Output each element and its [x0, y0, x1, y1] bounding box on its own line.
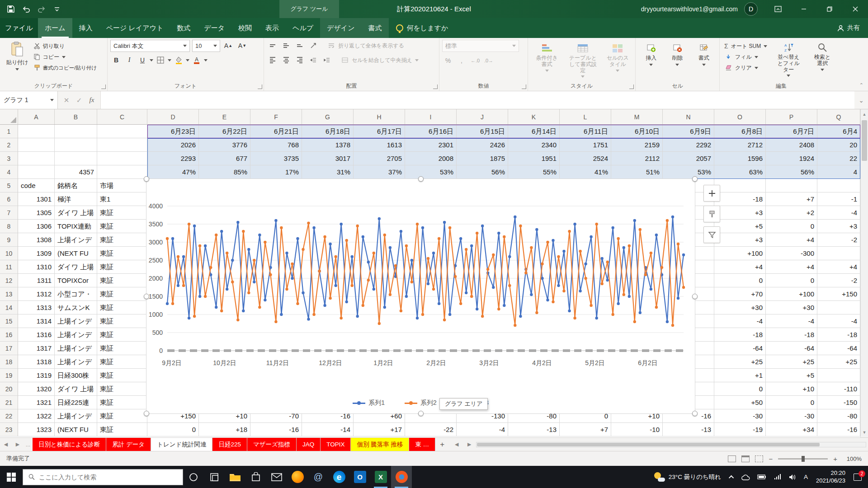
insert-cells-button[interactable]: 挿入	[638, 41, 664, 68]
cell-C4[interactable]	[97, 165, 147, 179]
tab-ホーム[interactable]: ホーム	[38, 18, 72, 38]
cell-B8[interactable]: TOPIX連動	[55, 220, 97, 233]
cell-P16[interactable]: -18	[766, 328, 817, 342]
font-size-select[interactable]: 10	[192, 40, 220, 52]
cell-M3[interactable]: 2112	[611, 152, 663, 165]
decrease-decimal-button[interactable]: .0→	[483, 55, 495, 66]
column-header-E[interactable]: E	[199, 109, 250, 124]
row-header-20[interactable]: 20	[0, 382, 18, 396]
zoom-slider-thumb[interactable]	[802, 456, 805, 462]
row-header-9[interactable]: 9	[0, 233, 18, 247]
ime-indicator[interactable]: A	[800, 466, 811, 488]
cortana-button[interactable]	[183, 466, 204, 488]
cell-C12[interactable]: 東証	[97, 274, 147, 287]
cell-F4[interactable]: 17%	[250, 165, 302, 179]
taskbar-search-input[interactable]	[39, 474, 177, 481]
sheet-tab-scroll-left-icon[interactable]: ◀	[0, 438, 12, 451]
number-dialog-launcher-icon[interactable]	[522, 84, 526, 89]
cell-E2[interactable]: 3776	[199, 138, 250, 152]
sheet-tab-トレンド統計関連[interactable]: トレンド統計関連	[151, 438, 212, 451]
zoom-out-icon[interactable]: −	[769, 455, 773, 463]
decrease-indent-icon[interactable]	[307, 54, 319, 66]
cell-P12[interactable]: 0	[766, 274, 817, 287]
firefox-icon[interactable]	[287, 466, 308, 488]
cell-B17[interactable]: 上場インデ	[55, 342, 97, 355]
cell-C10[interactable]: 東証	[97, 247, 147, 260]
cell-Q5[interactable]	[817, 179, 860, 192]
cell-C11[interactable]: 東証	[97, 260, 147, 274]
merge-center-button[interactable]: セルを結合して中央揃え	[339, 55, 420, 66]
cell-O19[interactable]: +1	[714, 369, 766, 382]
battery-icon[interactable]	[754, 466, 770, 488]
scroll-down-icon[interactable]: ▼	[861, 427, 868, 437]
cell-Q6[interactable]: -1	[817, 192, 860, 206]
cell-C20[interactable]: 東証	[97, 382, 147, 396]
cell-K1[interactable]: 6月14日	[508, 125, 560, 138]
conditional-formatting-button[interactable]: 条件付き書式	[531, 41, 563, 74]
cell-Q21[interactable]: -150	[817, 396, 860, 409]
cell-O23[interactable]: -19	[714, 423, 766, 436]
paste-button[interactable]: 貼り付け	[3, 40, 32, 72]
align-left-icon[interactable]	[267, 54, 278, 66]
alignment-dialog-launcher-icon[interactable]	[433, 84, 438, 89]
add-sheet-button[interactable]: +	[435, 438, 449, 451]
cell-Q11[interactable]: +4	[817, 260, 860, 274]
excel-icon[interactable]: X	[370, 466, 391, 488]
cell-C7[interactable]: 東証	[97, 206, 147, 220]
cell-P21[interactable]: 0	[766, 396, 817, 409]
taskbar-clock[interactable]: 20:20 2021/06/23	[811, 466, 850, 488]
chart-handle-w[interactable]	[144, 294, 149, 299]
cell-Q13[interactable]: +150	[817, 287, 860, 301]
cell-Q2[interactable]: 20	[817, 138, 860, 152]
styles-dialog-launcher-icon[interactable]	[629, 84, 634, 89]
cell-A12[interactable]: 1311	[18, 274, 55, 287]
row-header-12[interactable]: 12	[0, 274, 18, 287]
context-tab-デザイン[interactable]: デザイン	[320, 18, 361, 38]
autosum-button[interactable]: Σ オート SUM	[722, 41, 769, 52]
collapse-ribbon-icon[interactable]: ⌃	[859, 82, 863, 88]
tab-ヘルプ[interactable]: ヘルプ	[286, 18, 320, 38]
cell-M4[interactable]: 51%	[611, 165, 663, 179]
save-icon[interactable]	[6, 5, 15, 14]
cell-H2[interactable]: 1613	[354, 138, 405, 152]
cell-P8[interactable]: 0	[766, 220, 817, 233]
start-button[interactable]	[0, 466, 23, 488]
cell-O5[interactable]	[714, 179, 766, 192]
cell-H1[interactable]: 6月17日	[354, 125, 405, 138]
column-header-N[interactable]: N	[663, 109, 714, 124]
cell-A7[interactable]: 1305	[18, 206, 55, 220]
decrease-font-icon[interactable]: A▼	[236, 40, 248, 52]
cell-B16[interactable]: 上場インデ	[55, 328, 97, 342]
cell-A19[interactable]: 1319	[18, 369, 55, 382]
cell-C23[interactable]: 東証	[97, 423, 147, 436]
column-header-G[interactable]: G	[302, 109, 354, 124]
column-header-Q[interactable]: Q	[817, 109, 860, 124]
borders-button[interactable]	[155, 54, 166, 66]
align-middle-icon[interactable]	[280, 40, 292, 52]
font-dialog-launcher-icon[interactable]	[258, 84, 262, 89]
sheet-tab-日経225[interactable]: 日経225	[212, 438, 247, 451]
align-right-icon[interactable]	[294, 54, 306, 66]
font-name-select[interactable]: Calibri 本文	[110, 40, 190, 52]
horizontal-scrollbar[interactable]: ◀ ▶	[449, 438, 868, 451]
chart-object[interactable]: 050010001500200025003000350040009月2日10月2…	[146, 178, 695, 414]
row-header-1[interactable]: 1	[0, 125, 18, 138]
cell-B3[interactable]	[55, 152, 97, 165]
cell-B19[interactable]: 日経300株	[55, 369, 97, 382]
cell-C13[interactable]: 東証	[97, 287, 147, 301]
cell-A2[interactable]	[18, 138, 55, 152]
row-header-18[interactable]: 18	[0, 355, 18, 369]
cell-F2[interactable]: 768	[250, 138, 302, 152]
cell-Q3[interactable]: 22	[817, 152, 860, 165]
account-email[interactable]: dryyourtearswithlove1@gmail.com	[641, 5, 738, 13]
sheet-tab-マザーズ指標[interactable]: マザーズ指標	[247, 438, 297, 451]
volume-icon[interactable]	[785, 466, 800, 488]
cell-O12[interactable]: 0	[714, 274, 766, 287]
cell-B6[interactable]: 極洋	[55, 192, 97, 206]
zoom-in-icon[interactable]: +	[833, 455, 837, 463]
select-all-corner[interactable]	[0, 109, 18, 124]
cell-O4[interactable]: 63%	[714, 165, 766, 179]
outlook-icon[interactable]: O	[349, 466, 370, 488]
cell-I1[interactable]: 6月16日	[405, 125, 457, 138]
cell-P10[interactable]: -300	[766, 247, 817, 260]
